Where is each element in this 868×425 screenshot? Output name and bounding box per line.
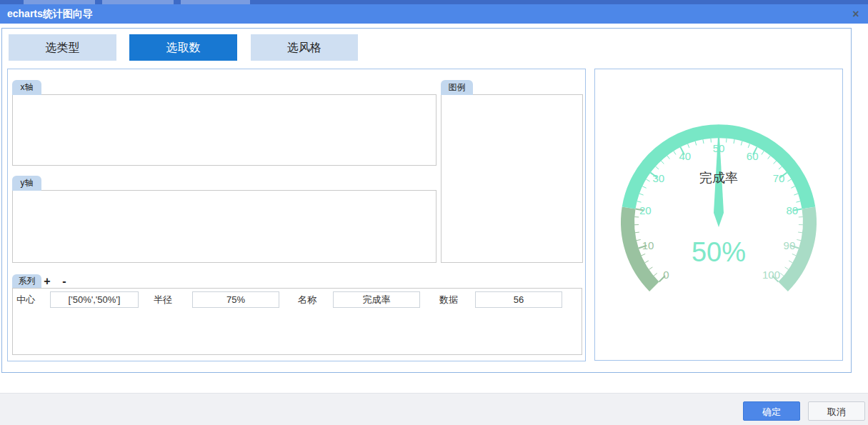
name-field-label: 名称	[298, 292, 316, 308]
svg-text:80: 80	[786, 204, 798, 216]
radius-input[interactable]	[192, 291, 279, 308]
svg-text:30: 30	[653, 172, 665, 184]
dialog-titlebar: echarts统计图向导 ×	[0, 4, 868, 24]
legend-label: 图例	[441, 80, 473, 95]
cancel-button[interactable]: 取消	[808, 401, 865, 421]
dialog-title: echarts统计图向导	[7, 4, 93, 24]
y-axis-listbox[interactable]	[12, 190, 437, 263]
y-axis-label: y轴	[12, 176, 41, 191]
series-add-button[interactable]: +	[41, 274, 53, 288]
data-input[interactable]	[475, 291, 562, 308]
x-axis-label: x轴	[12, 80, 41, 95]
legend-listbox[interactable]	[441, 94, 583, 263]
svg-text:20: 20	[639, 204, 652, 216]
tab-select-type[interactable]: 选类型	[9, 34, 116, 61]
dialog-footer	[0, 393, 868, 425]
svg-text:70: 70	[773, 172, 785, 184]
svg-text:完成率: 完成率	[699, 171, 738, 185]
chart-preview-panel: 0102030405060708090100完成率50%	[594, 69, 843, 361]
close-icon[interactable]: ×	[849, 7, 863, 21]
series-label: 系列	[12, 274, 41, 288]
tab-select-style[interactable]: 选风格	[251, 34, 358, 61]
svg-text:90: 90	[784, 239, 796, 251]
data-field-label: 数据	[439, 292, 458, 308]
gauge-chart: 0102030405060708090100完成率50%	[595, 69, 842, 360]
svg-text:50%: 50%	[692, 237, 746, 267]
ok-button[interactable]: 确定	[743, 401, 800, 421]
series-remove-button[interactable]: -	[59, 274, 70, 288]
svg-text:10: 10	[642, 239, 654, 251]
svg-text:40: 40	[679, 150, 691, 162]
svg-text:100: 100	[762, 269, 780, 281]
svg-text:60: 60	[747, 150, 759, 162]
radius-field-label: 半径	[154, 292, 172, 308]
tab-select-data[interactable]: 选取数	[129, 34, 237, 61]
svg-text:0: 0	[663, 269, 669, 281]
x-axis-listbox[interactable]	[12, 94, 437, 166]
center-field-label: 中心	[16, 292, 35, 308]
center-input[interactable]	[50, 291, 139, 308]
name-input[interactable]	[333, 291, 420, 308]
